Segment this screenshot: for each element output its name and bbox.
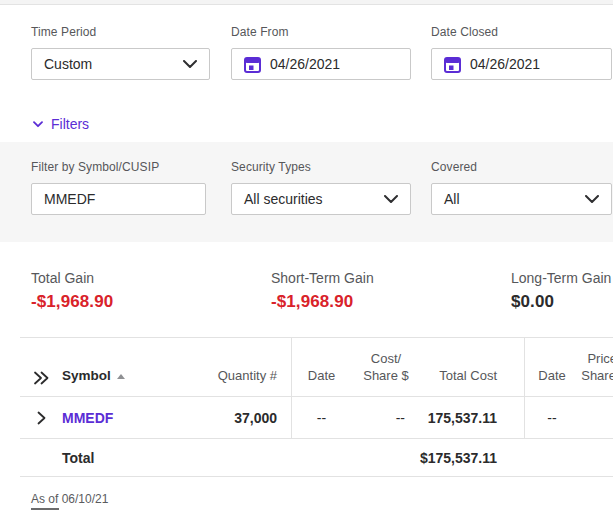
chevron-down-icon (33, 121, 43, 128)
long-term-gain-label: Long-Term Gain (511, 270, 611, 286)
time-period-select[interactable]: Custom (31, 48, 210, 80)
total-gain-label: Total Gain (31, 270, 113, 286)
covered-label: Covered (431, 160, 612, 174)
calendar-icon[interactable] (444, 56, 461, 73)
symbol-cusip-input[interactable] (44, 191, 193, 207)
filter-bar: Filter by Symbol/CUSIP Security Types Al… (0, 142, 613, 242)
date-acquired-cell: -- (291, 397, 351, 438)
expand-all-cell (20, 338, 62, 396)
total-cost-sum: $175,537.11 (291, 439, 524, 476)
as-of-underline (31, 508, 59, 510)
date-from-input[interactable]: 04/26/2021 (231, 48, 411, 80)
expand-row-button[interactable] (20, 411, 62, 425)
row-expander-cell (20, 397, 62, 438)
covered-value: All (444, 191, 460, 207)
sort-ascending-icon (117, 374, 125, 379)
short-term-gain-label: Short-Term Gain (271, 270, 374, 286)
security-types-select[interactable]: All securities (231, 183, 411, 215)
filters-toggle-label: Filters (51, 116, 89, 132)
quantity-cell: 37,000 (162, 397, 291, 438)
chevron-down-icon (183, 60, 197, 68)
symbol-cusip-label: Filter by Symbol/CUSIP (31, 160, 206, 174)
gains-table: Symbol Quantity # Date Cost/ Share $ Tot… (20, 337, 613, 477)
chevron-right-icon (37, 411, 46, 425)
time-period-label: Time Period (31, 25, 210, 39)
column-header-total-cost: Total Cost (421, 338, 524, 396)
column-header-quantity: Quantity # (162, 338, 291, 396)
date-from-label: Date From (231, 25, 411, 39)
column-header-cost-per-share: Cost/ Share $ (351, 338, 421, 396)
as-of-date: As of 06/10/21 (31, 492, 108, 506)
column-header-price-per-share: Price/ Share $ (579, 338, 613, 396)
top-divider (0, 0, 613, 5)
column-header-date-sold: Date (524, 338, 579, 396)
total-label: Total (62, 439, 162, 476)
short-term-gain-value: -$1,968.90 (271, 292, 374, 312)
date-closed-input[interactable]: 04/26/2021 (431, 48, 612, 80)
gains-losses-page: Time Period Custom Date From 04/26/2021 … (0, 0, 613, 511)
symbol-header-label: Symbol (62, 367, 111, 385)
symbol-cusip-input-wrap (31, 183, 206, 215)
long-term-gain-summary: Long-Term Gain $0.00 (511, 270, 611, 312)
price-per-share-cell (579, 397, 613, 438)
total-gain-summary: Total Gain -$1,968.90 (31, 270, 113, 312)
table-header-row: Symbol Quantity # Date Cost/ Share $ Tot… (20, 337, 613, 397)
time-period-field: Time Period Custom (31, 25, 210, 80)
security-types-field: Security Types All securities (231, 160, 411, 215)
symbol-cell: MMEDF (62, 397, 162, 438)
covered-field: Covered All (431, 160, 612, 215)
column-header-date-acquired: Date (291, 338, 351, 396)
chevron-down-icon (384, 195, 398, 203)
table-total-row: Total $175,537.11 (20, 439, 613, 477)
long-term-gain-value: $0.00 (511, 292, 611, 312)
time-period-value: Custom (44, 56, 92, 72)
date-closed-value: 04/26/2021 (470, 56, 540, 72)
cost-per-share-cell: -- (351, 397, 421, 438)
total-gain-value: -$1,968.90 (31, 292, 113, 312)
symbol-cusip-field: Filter by Symbol/CUSIP (31, 160, 206, 215)
date-from-field: Date From 04/26/2021 (231, 25, 411, 80)
filters-toggle[interactable]: Filters (33, 116, 89, 132)
date-sold-cell: -- (524, 397, 579, 438)
short-term-gain-summary: Short-Term Gain -$1,968.90 (271, 270, 374, 312)
expand-all-button[interactable] (20, 371, 62, 385)
date-closed-label: Date Closed (431, 25, 612, 39)
chevron-down-icon (585, 195, 599, 203)
symbol-link[interactable]: MMEDF (62, 410, 113, 426)
security-types-value: All securities (244, 191, 323, 207)
double-chevron-right-icon (33, 371, 49, 385)
date-closed-field: Date Closed 04/26/2021 (431, 25, 612, 80)
covered-select[interactable]: All (431, 183, 612, 215)
table-row: MMEDF 37,000 -- -- 175,537.11 -- (20, 397, 613, 439)
total-cost-cell: 175,537.11 (421, 397, 524, 438)
security-types-label: Security Types (231, 160, 411, 174)
column-header-symbol[interactable]: Symbol (62, 338, 162, 396)
calendar-icon[interactable] (244, 56, 261, 73)
date-from-value: 04/26/2021 (270, 56, 340, 72)
